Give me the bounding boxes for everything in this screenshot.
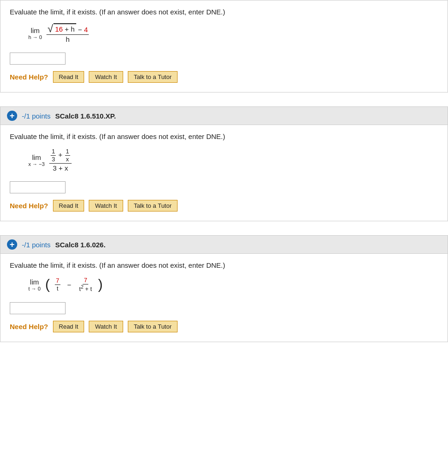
watch-it-button-2[interactable]: Watch It (89, 200, 123, 212)
watch-it-button-1[interactable]: Watch It (89, 71, 123, 83)
problem-2-instruction: Evaluate the limit, if it exists. (If an… (10, 132, 438, 140)
fraction-2: 1 3 + 1 x 3 + x (49, 148, 72, 172)
answer-input-1[interactable] (10, 53, 66, 65)
problem-3-header: + -/1 points SCalc8 1.6.026. (0, 236, 448, 254)
problem-1-body: Evaluate the limit, if it exists. (If an… (0, 0, 448, 92)
read-it-button-3[interactable]: Read It (53, 321, 85, 332)
problem-2-header: + -/1 points SCalc8 1.6.510.XP. (0, 107, 448, 125)
header-title-2: SCalc8 1.6.510.XP. (55, 112, 116, 120)
need-help-label-3: Need Help? (10, 323, 48, 331)
answer-input-3[interactable] (10, 302, 66, 314)
lim-label-2: lim x → −3 (28, 153, 45, 167)
problem-3-body: Evaluate the limit, if it exists. (If an… (0, 254, 448, 342)
problem-1: Evaluate the limit, if it exists. (If an… (0, 0, 448, 93)
right-paren-3: ) (98, 278, 103, 291)
problem-3-math: lim t → 0 ( 7 t − 7 t2 + t ) (28, 277, 438, 293)
spacer-1 (0, 93, 448, 106)
answer-input-2[interactable] (10, 181, 66, 193)
problem-3: + -/1 points SCalc8 1.6.026. Evaluate th… (0, 235, 448, 342)
problem-1-instruction: Evaluate the limit, if it exists. (If an… (10, 8, 438, 16)
need-help-row-1: Need Help? Read It Watch It Talk to a Tu… (10, 71, 438, 83)
header-points-2: -/1 points (22, 112, 51, 120)
need-help-row-3: Need Help? Read It Watch It Talk to a Tu… (10, 321, 438, 332)
header-title-3: SCalc8 1.6.026. (55, 241, 105, 249)
need-help-label-1: Need Help? (10, 73, 48, 81)
left-paren-3: ( (45, 278, 50, 291)
problem-2: + -/1 points SCalc8 1.6.510.XP. Evaluate… (0, 106, 448, 221)
need-help-row-2: Need Help? Read It Watch It Talk to a Tu… (10, 200, 438, 212)
spacer-2 (0, 221, 448, 235)
problem-2-body: Evaluate the limit, if it exists. (If an… (0, 125, 448, 221)
need-help-label-2: Need Help? (10, 202, 48, 210)
talk-to-tutor-button-1[interactable]: Talk to a Tutor (128, 71, 178, 83)
problem-2-math: lim x → −3 1 3 + 1 x (28, 148, 438, 172)
fraction-1: √ 16 + h − 4 h (46, 23, 89, 43)
watch-it-button-3[interactable]: Watch It (89, 321, 123, 332)
lim-label-1: lim h → 0 (28, 26, 42, 40)
plus-icon-3[interactable]: + (7, 239, 17, 250)
read-it-button-2[interactable]: Read It (53, 200, 85, 212)
read-it-button-1[interactable]: Read It (53, 71, 85, 83)
talk-to-tutor-button-2[interactable]: Talk to a Tutor (128, 200, 178, 212)
header-points-3: -/1 points (22, 241, 51, 249)
plus-icon-2[interactable]: + (7, 111, 17, 121)
problem-3-instruction: Evaluate the limit, if it exists. (If an… (10, 261, 438, 269)
talk-to-tutor-button-3[interactable]: Talk to a Tutor (128, 321, 178, 332)
lim-label-3: lim t → 0 (28, 278, 40, 291)
problem-1-math: lim h → 0 √ 16 + h − 4 h (28, 23, 438, 43)
